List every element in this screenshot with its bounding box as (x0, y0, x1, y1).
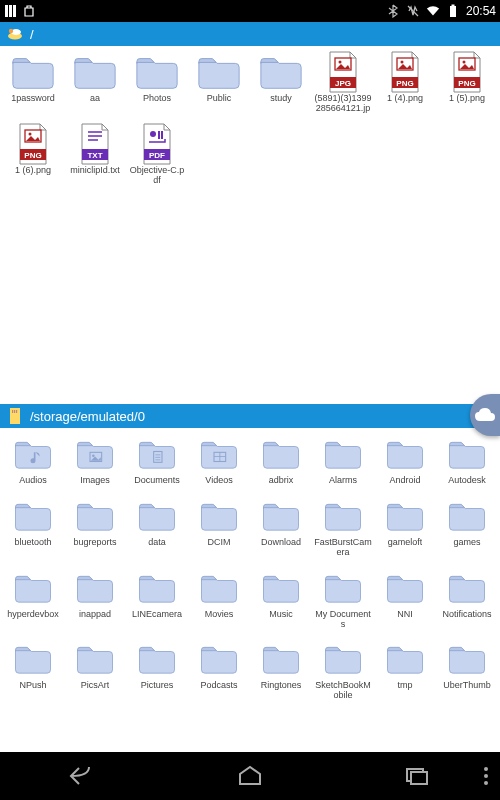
file-icon: PDF (133, 124, 181, 164)
folder-item[interactable]: SketchBookMobile (313, 639, 374, 701)
item-label: Documents (134, 476, 180, 486)
file-item[interactable]: PDFObjective-C.pdf (127, 124, 188, 186)
folder-icon (71, 52, 119, 92)
folder-icon (381, 568, 429, 608)
svg-point-39 (92, 454, 95, 457)
item-label: My Documents (314, 610, 372, 630)
folder-icon (319, 639, 367, 679)
folder-icon (9, 52, 57, 92)
folder-item[interactable]: DCIM (189, 496, 250, 558)
nav-recents-button[interactable] (397, 756, 437, 796)
file-item[interactable]: PNG1 (6).png (3, 124, 64, 186)
top-panel-header[interactable]: / (0, 22, 500, 46)
svg-rect-2 (13, 5, 16, 17)
folder-item[interactable]: NPush (3, 639, 64, 701)
folder-item[interactable]: Photos (127, 52, 188, 114)
item-label: Videos (205, 476, 232, 486)
item-label: gameloft (388, 538, 423, 548)
notification-icon-1 (4, 4, 18, 18)
status-time: 20:54 (466, 4, 496, 18)
bottom-panel-header[interactable]: /storage/emulated/0 (0, 404, 500, 428)
file-item[interactable]: PNG1 (5).png (437, 52, 498, 114)
folder-icon (443, 568, 491, 608)
folder-item[interactable]: bluetooth (3, 496, 64, 558)
folder-icon (133, 639, 181, 679)
folder-item[interactable]: hyperdevbox (3, 568, 64, 630)
folder-item[interactable]: Videos (189, 434, 250, 486)
folder-item[interactable]: Notifications (437, 568, 498, 630)
folder-icon (133, 568, 181, 608)
nav-home-button[interactable] (230, 756, 270, 796)
item-label: Movies (205, 610, 234, 620)
folder-item[interactable]: tmp (375, 639, 436, 701)
folder-item[interactable]: Podcasts (189, 639, 250, 701)
folder-item[interactable]: Autodesk (437, 434, 498, 486)
svg-rect-32 (161, 131, 163, 139)
file-icon: PNG (443, 52, 491, 92)
folder-item[interactable]: Movies (189, 568, 250, 630)
folder-icon (195, 52, 243, 92)
folder-item[interactable]: My Documents (313, 568, 374, 630)
folder-icon (319, 434, 367, 474)
folder-item[interactable]: Android (375, 434, 436, 486)
file-item[interactable]: PNG1 (4).png (375, 52, 436, 114)
folder-item[interactable]: Images (65, 434, 126, 486)
folder-item[interactable]: Ringtones (251, 639, 312, 701)
folder-item[interactable]: UberThumb (437, 639, 498, 701)
folder-item[interactable]: NNI (375, 568, 436, 630)
file-item[interactable]: JPG(5891)(3)1399285664121.jp (313, 52, 374, 114)
svg-text:PNG: PNG (396, 79, 413, 88)
vibrate-icon (406, 4, 420, 18)
svg-rect-5 (451, 5, 454, 7)
folder-item[interactable]: study (251, 52, 312, 114)
file-item[interactable]: TXTminiclipId.txt (65, 124, 126, 186)
folder-item[interactable]: Pictures (127, 639, 188, 701)
item-label: Podcasts (200, 681, 237, 691)
folder-icon (319, 496, 367, 536)
folder-icon (257, 639, 305, 679)
folder-item[interactable]: inappad (65, 568, 126, 630)
nav-menu-button[interactable] (484, 767, 488, 785)
item-label: Music (269, 610, 293, 620)
svg-rect-4 (450, 6, 456, 17)
folder-item[interactable]: bugreports (65, 496, 126, 558)
svg-rect-48 (411, 772, 427, 784)
folder-item[interactable]: Audios (3, 434, 64, 486)
item-label: games (453, 538, 480, 548)
item-label: Audios (19, 476, 47, 486)
item-label: UberThumb (443, 681, 491, 691)
item-label: 1 (5).png (449, 94, 485, 104)
nav-back-button[interactable] (63, 756, 103, 796)
folder-icon (195, 434, 243, 474)
folder-item[interactable]: data (127, 496, 188, 558)
item-label: Ringtones (261, 681, 302, 691)
folder-item[interactable]: aa (65, 52, 126, 114)
svg-rect-31 (158, 131, 160, 139)
folder-item[interactable]: adbrix (251, 434, 312, 486)
folder-item[interactable]: 1password (3, 52, 64, 114)
folder-item[interactable]: Download (251, 496, 312, 558)
folder-icon (9, 434, 57, 474)
item-label: Alarms (329, 476, 357, 486)
item-label: PicsArt (81, 681, 110, 691)
folder-item[interactable]: games (437, 496, 498, 558)
svg-rect-1 (9, 5, 12, 17)
folder-icon (71, 568, 119, 608)
top-panel: 1passwordaaPhotosPublicstudyJPG(5891)(3)… (0, 46, 500, 404)
svg-rect-36 (14, 410, 15, 413)
folder-icon (381, 496, 429, 536)
cloud-icon (474, 407, 496, 423)
folder-item[interactable]: PicsArt (65, 639, 126, 701)
folder-item[interactable]: Alarms (313, 434, 374, 486)
folder-item[interactable]: FastBurstCamera (313, 496, 374, 558)
folder-item[interactable]: Documents (127, 434, 188, 486)
folder-icon (71, 496, 119, 536)
folder-item[interactable]: Music (251, 568, 312, 630)
notification-icon-2 (22, 4, 36, 18)
folder-item[interactable]: LINEcamera (127, 568, 188, 630)
folder-icon (195, 639, 243, 679)
item-label: aa (90, 94, 100, 104)
folder-item[interactable]: Public (189, 52, 250, 114)
folder-item[interactable]: gameloft (375, 496, 436, 558)
folder-icon (257, 496, 305, 536)
